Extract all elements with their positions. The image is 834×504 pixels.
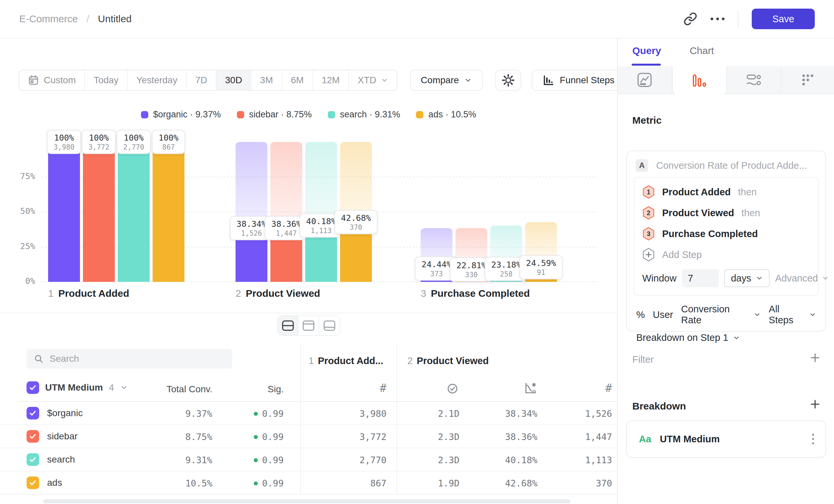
- horizontal-scrollbar[interactable]: [43, 499, 571, 503]
- chevron-down-icon: [756, 275, 763, 282]
- query-panel: Query Chart: [617, 39, 834, 504]
- row-checkbox[interactable]: [26, 477, 39, 489]
- funnel-bar-sidebar-step-2[interactable]: 38.36%1,447: [270, 142, 302, 282]
- funnel-bar-search-step-2[interactable]: 40.18%1,113: [305, 142, 337, 282]
- svg-text:3: 3: [646, 230, 650, 237]
- window-value-input[interactable]: [682, 269, 719, 287]
- cell-step1-count: 867: [320, 478, 387, 488]
- cell-total-conv: 10.5%: [146, 478, 212, 488]
- breakdown-item-menu[interactable]: [812, 434, 814, 444]
- funnel-bar-search-step-1[interactable]: 100%2,770: [118, 142, 150, 282]
- sig-dot: [254, 412, 258, 416]
- sig-header[interactable]: Sig.: [237, 384, 284, 395]
- funnel-bar-sidebar-step-1[interactable]: 100%3,772: [83, 142, 115, 282]
- layout-split-button[interactable]: [278, 316, 299, 335]
- tab-funnel-chart[interactable]: [672, 66, 727, 95]
- funnel-bar-sidebar-step-3[interactable]: 22.81%330: [456, 228, 487, 282]
- metric-step-3[interactable]: 3Purchase Completed: [642, 227, 810, 241]
- breakdown-item[interactable]: Aa UTM Medium: [626, 420, 826, 458]
- advanced-toggle[interactable]: Advanced: [775, 273, 829, 284]
- save-button[interactable]: Save: [752, 8, 815, 29]
- breadcrumb-current[interactable]: Untitled: [98, 13, 132, 25]
- main-content: CustomTodayYesterday7D30D3M6M12MXTD Comp…: [0, 39, 617, 504]
- add-filter-button[interactable]: [809, 352, 821, 365]
- add-breakdown-button[interactable]: [809, 398, 821, 411]
- funnel-steps-editor: 1Product Addedthen2Product Viewedthen3Pu…: [634, 177, 819, 296]
- measure-user[interactable]: User: [653, 310, 673, 320]
- cell-step2-conv: 38.34%: [471, 409, 537, 419]
- check-icon: [28, 479, 37, 487]
- cell-step1-count: 3,772: [320, 432, 387, 442]
- step1-count-column[interactable]: #: [367, 381, 387, 395]
- table-row-sidebar[interactable]: sidebar8.75%0.993,7722.3D38.36%1,447: [0, 425, 617, 448]
- conversion-chart-icon: [524, 381, 537, 395]
- funnel-bar-$organic-step-2[interactable]: 38.34%1,526: [236, 142, 267, 282]
- flow-chart-icon: [746, 73, 761, 87]
- measure-row: % User Conversion Rate All Steps: [627, 296, 826, 326]
- share-link-button[interactable]: [683, 12, 697, 26]
- search-input[interactable]: [49, 353, 225, 364]
- row-label: search: [47, 454, 75, 465]
- row-checkbox[interactable]: [26, 453, 39, 466]
- cell-significance: 0.99: [214, 455, 284, 465]
- measure-metric-select[interactable]: Conversion Rate: [681, 304, 761, 326]
- step2-time-column[interactable]: [440, 381, 459, 395]
- funnel-bar-ads-step-3[interactable]: 24.59%91: [525, 222, 557, 282]
- metric-step-2[interactable]: 2Product Viewedthen: [642, 206, 810, 220]
- tab-flow-chart[interactable]: [727, 66, 781, 93]
- window-unit-select[interactable]: days: [724, 269, 770, 287]
- metric-badge: A: [636, 159, 648, 172]
- cell-step2-count: 1,526: [546, 409, 612, 419]
- step2-conv-column[interactable]: [518, 381, 537, 395]
- table-step-group-1[interactable]: 1Product Add...: [309, 356, 383, 366]
- measure-scope-select[interactable]: All Steps: [769, 304, 816, 326]
- layout-table-only-button[interactable]: [319, 316, 340, 335]
- active-tab-underline: [632, 64, 661, 66]
- metric-heading: Metric: [632, 115, 661, 126]
- more-options-button[interactable]: [710, 18, 725, 20]
- chevron-down-icon: [733, 334, 740, 342]
- split-view-icon: [282, 320, 294, 331]
- metric-title[interactable]: Conversion Rate of Product Adde...: [656, 160, 807, 171]
- row-checkbox[interactable]: [26, 430, 39, 443]
- add-step-button[interactable]: Add Step: [642, 248, 810, 261]
- cell-step2-time: 2.3D: [393, 432, 459, 442]
- step2-count-column[interactable]: #: [592, 381, 612, 395]
- tab-query[interactable]: Query: [632, 45, 661, 56]
- check-icon: [28, 455, 37, 464]
- kebab-icon: [812, 434, 814, 436]
- funnel-bar-search-step-3[interactable]: 23.18%258: [490, 226, 522, 282]
- cell-total-conv: 9.31%: [146, 455, 212, 465]
- cell-step2-time: 2.1D: [393, 409, 459, 419]
- breakdown-on-step-select[interactable]: Breakdown on Step 1: [627, 326, 826, 343]
- breakdown-column-header[interactable]: UTM Medium: [45, 382, 103, 393]
- table-search: [26, 349, 232, 369]
- funnel-bar-ads-step-2[interactable]: 42.68%370: [340, 142, 372, 282]
- cell-step2-time: 2.3D: [393, 455, 459, 465]
- cell-step2-time: 1.9D: [393, 478, 459, 488]
- row-checkbox[interactable]: [26, 407, 39, 419]
- tab-chart[interactable]: Chart: [690, 45, 714, 56]
- metric-step-1[interactable]: 1Product Addedthen: [642, 185, 810, 199]
- layout-chart-only-button[interactable]: [299, 316, 319, 335]
- funnel-bar-$organic-step-3[interactable]: 24.44%373: [421, 228, 453, 282]
- svg-text:2: 2: [646, 209, 650, 216]
- table-row-$organic[interactable]: $organic9.37%0.993,9802.1D38.34%1,526: [0, 402, 617, 425]
- select-all-checkbox[interactable]: [26, 381, 39, 394]
- cell-total-conv: 8.75%: [146, 432, 212, 442]
- table-row-search[interactable]: search9.31%0.992,7702.3D40.18%1,113: [0, 448, 617, 472]
- tab-cohort-chart[interactable]: [781, 66, 834, 93]
- table-rows: $organic9.37%0.993,9802.1D38.34%1,526sid…: [0, 402, 617, 495]
- funnel-bar-$organic-step-1[interactable]: 100%3,980: [48, 142, 80, 282]
- table-row-ads[interactable]: ads10.5%0.998671.9D42.68%370: [0, 472, 617, 495]
- table-step-group-2[interactable]: 2Product Viewed: [408, 356, 489, 366]
- breadcrumb-root[interactable]: E-Commerce: [19, 13, 78, 25]
- total-conv-header[interactable]: Total Conv.: [146, 384, 212, 395]
- chevron-down-icon[interactable]: [120, 384, 128, 392]
- cell-significance: 0.99: [214, 478, 284, 488]
- metric-steps: 1Product Addedthen2Product Viewedthen3Pu…: [642, 185, 810, 241]
- tab-line-chart[interactable]: [618, 66, 672, 93]
- row-label: sidebar: [47, 431, 78, 442]
- funnel-bar-ads-step-1[interactable]: 100%867: [153, 142, 184, 282]
- cell-significance: 0.99: [214, 432, 284, 442]
